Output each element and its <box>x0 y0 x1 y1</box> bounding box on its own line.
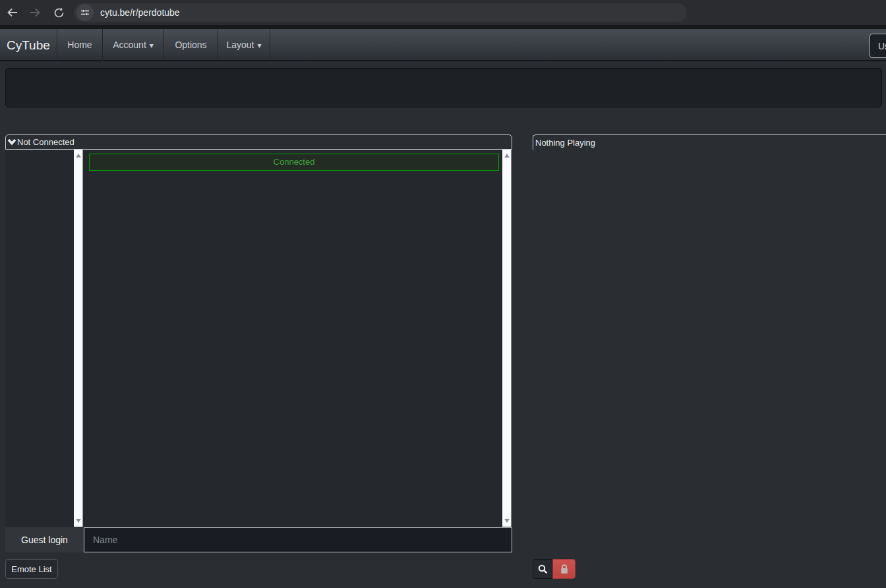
userlist <box>5 150 74 527</box>
site-info-button[interactable] <box>76 4 94 21</box>
server-message-connected: Connected <box>89 154 499 171</box>
nav-item-layout[interactable]: Layout <box>218 29 270 61</box>
triangle-up-icon[interactable] <box>74 151 83 160</box>
caret-down-icon: Account <box>113 40 154 50</box>
caret-down-icon: Layout <box>226 40 261 50</box>
arrow-left-icon <box>7 7 18 18</box>
reload-icon <box>53 7 65 18</box>
playlist-lock-button[interactable] <box>552 559 576 579</box>
connection-status-label: Not Connected <box>17 137 74 147</box>
nav-item-label: Home <box>67 40 92 50</box>
lock-icon <box>560 564 569 574</box>
username-input[interactable] <box>870 34 886 58</box>
nav-item-label: Options <box>175 40 206 50</box>
browser-toolbar: cytu.be/r/perdotube <box>0 0 886 25</box>
guest-login-button[interactable]: Guest login <box>5 527 84 552</box>
emote-list-button[interactable]: Emote List <box>5 559 58 579</box>
now-playing-label: Nothing Playing <box>535 138 595 148</box>
userlist-header[interactable]: Not Connected <box>5 134 512 150</box>
guest-login-label: Guest login <box>21 535 68 545</box>
nav-item-account[interactable]: Account <box>102 29 163 61</box>
userlist-scrollbar[interactable] <box>74 150 83 527</box>
tune-icon <box>80 8 90 17</box>
triangle-down-icon[interactable] <box>74 516 83 525</box>
brand-logo[interactable]: CyTube <box>7 29 50 61</box>
arrow-right-icon <box>29 7 41 18</box>
motd-panel <box>5 68 882 107</box>
chevron-down-icon <box>7 138 16 146</box>
chat-scrollbar[interactable] <box>502 150 512 527</box>
url-text: cytu.be/r/perdotube <box>100 3 180 22</box>
nav-item-home[interactable]: Home <box>57 29 102 61</box>
video-header: Nothing Playing <box>533 134 886 150</box>
server-message-text: Connected <box>274 157 315 167</box>
library-search-button[interactable] <box>533 559 552 579</box>
chat-message-buffer <box>83 150 502 527</box>
guest-name-input[interactable] <box>84 527 512 552</box>
site-navbar: CyTube Home Account Options Layout <box>0 29 886 61</box>
triangle-down-icon[interactable] <box>502 516 512 525</box>
browser-forward-button[interactable] <box>25 3 45 22</box>
browser-back-button[interactable] <box>3 3 22 22</box>
magnifier-icon <box>538 564 548 574</box>
browser-reload-button[interactable] <box>49 3 69 22</box>
nav-item-options[interactable]: Options <box>163 29 218 61</box>
triangle-up-icon[interactable] <box>502 151 512 160</box>
address-bar[interactable]: cytu.be/r/perdotube <box>74 3 687 22</box>
